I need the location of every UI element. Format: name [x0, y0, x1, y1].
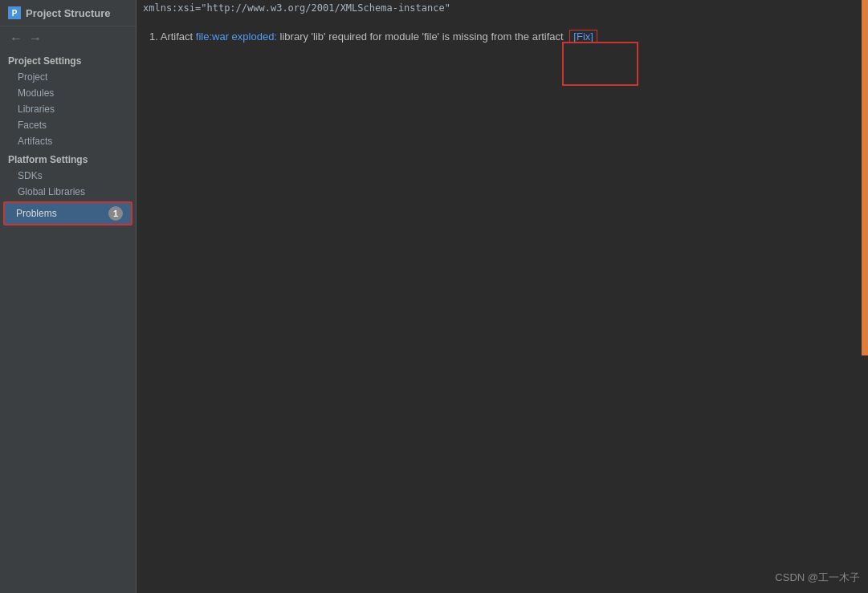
sidebar-item-project[interactable]: Project: [0, 69, 136, 85]
sidebar-item-global-libraries[interactable]: Global Libraries: [0, 184, 136, 200]
sidebar-item-artifacts[interactable]: Artifacts: [0, 133, 136, 149]
sidebar-title: P Project Structure: [0, 0, 136, 26]
problems-label: Problems: [16, 208, 57, 219]
back-button[interactable]: ←: [8, 31, 24, 46]
sidebar-item-modules[interactable]: Modules: [0, 85, 136, 101]
sidebar-item-sdks[interactable]: SDKs: [0, 168, 136, 184]
project-structure-icon: P: [8, 6, 21, 19]
watermark: CSDN @工一木子: [775, 571, 860, 585]
sidebar: P Project Structure ← → Project Settings…: [0, 0, 137, 593]
forward-button[interactable]: →: [27, 31, 43, 46]
problem-message: 1. Artifact file:war exploded: library '…: [149, 29, 855, 46]
project-settings-header: Project Settings: [0, 51, 136, 69]
main-content: 1. Artifact file:war exploded: library '…: [137, 16, 868, 593]
code-header-text: xmlns:xsi="http://www.w3.org/2001/XMLSch…: [143, 2, 450, 14]
code-header: xmlns:xsi="http://www.w3.org/2001/XMLSch…: [137, 0, 868, 16]
nav-buttons: ← →: [0, 26, 136, 51]
problems-badge: 1: [108, 206, 123, 221]
platform-settings-header: Platform Settings: [0, 149, 136, 168]
fix-button[interactable]: [Fix]: [569, 30, 597, 43]
artifact-link[interactable]: file:war exploded:: [196, 30, 277, 43]
sidebar-title-text: Project Structure: [26, 7, 110, 19]
problem-prefix: 1. Artifact: [149, 30, 196, 43]
sidebar-item-facets[interactable]: Facets: [0, 117, 136, 133]
right-decoration-bar: [862, 0, 868, 593]
problem-suffix: library 'lib' required for module 'file'…: [277, 30, 564, 43]
sidebar-item-problems[interactable]: Problems 1: [3, 201, 132, 225]
sidebar-item-libraries[interactable]: Libraries: [0, 101, 136, 117]
